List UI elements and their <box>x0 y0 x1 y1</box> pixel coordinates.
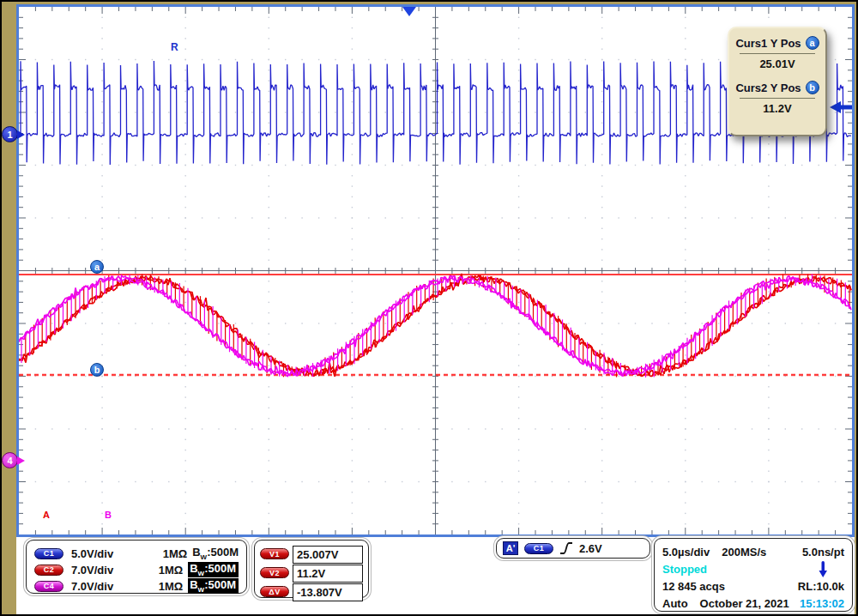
cursor2-title-row: Curs2 Y Pos b <box>729 81 825 94</box>
channel1-bandwidth: BW:500M <box>192 546 239 561</box>
trigger-b-label: B <box>105 510 112 520</box>
channel2-settings-row[interactable]: C2 7.0V/div 1MΩ BW:500M <box>34 562 239 577</box>
channel1-ground-marker[interactable]: 1 <box>2 126 25 142</box>
trigger-level-icon <box>830 101 841 113</box>
trigger-panel[interactable]: A' C1 2.6V <box>496 538 650 559</box>
channel4-badge[interactable]: C4 <box>34 581 63 592</box>
cursor1-value: 25.01V <box>729 57 825 70</box>
trigger-mode: Auto <box>662 597 688 610</box>
cursor-b-handle[interactable]: b <box>90 363 104 377</box>
ref-marker-label: R <box>171 41 178 53</box>
sample-resolution: 5.0ns/pt <box>802 546 844 559</box>
cursor-a-handle[interactable]: a <box>90 260 104 274</box>
channel2-bandwidth: BW:500M <box>188 562 239 578</box>
channel4-marker-label: 4 <box>2 452 18 468</box>
channel1-impedance: 1MΩ <box>163 547 187 560</box>
v1-badge: V1 <box>260 548 289 559</box>
channel1-scale: 5.0V/div <box>71 547 113 560</box>
acquisition-count: 12 845 acqs <box>662 580 725 593</box>
timebase-row: 5.0µs/div 200MS/s 5.0ns/pt <box>662 543 844 560</box>
delta-v-badge: ΔV <box>260 586 289 597</box>
delta-v-value: -13.807V <box>293 583 363 601</box>
channel1-marker-arrow-icon <box>17 130 25 139</box>
horizontal-acquisition-panel[interactable]: 5.0µs/div 200MS/s 5.0ns/pt Stopped 12 84… <box>654 538 853 612</box>
v2-badge: V2 <box>260 567 289 578</box>
channel2-scale: 7.0V/div <box>71 564 113 577</box>
channel-settings-panel[interactable]: C1 5.0V/div 1MΩ BW:500M C2 7.0V/div 1MΩ … <box>26 540 247 594</box>
cursor2-value: 11.2V <box>729 102 825 115</box>
sample-rate: 200MS/s <box>722 546 766 559</box>
trigger-source-badge: C1 <box>524 543 553 554</box>
channel1-badge[interactable]: C1 <box>34 548 63 559</box>
trigger-position-icon <box>402 7 416 16</box>
divider <box>740 98 815 99</box>
v2-value: 11.2V <box>293 565 363 583</box>
oscilloscope-screenshot: { "cursor_readout": { "curs1_label": "Cu… <box>0 0 858 616</box>
channel4-impedance: 1MΩ <box>159 580 183 593</box>
channel1-marker-label: 1 <box>2 126 18 142</box>
divider <box>740 53 815 54</box>
acquisition-status-row: Stopped <box>662 560 844 577</box>
time-text: 15:13:02 <box>800 597 844 610</box>
datetime-row: Auto October 21, 2021 15:13:02 <box>662 595 844 612</box>
cursor1-a-badge: a <box>806 36 819 50</box>
channel4-bandwidth: BW:500M <box>188 578 239 595</box>
cursor2-b-badge: b <box>806 81 819 94</box>
cursor1-title-row: Curs1 Y Pos a <box>729 36 825 50</box>
trigger-a-badge: A' <box>503 541 518 555</box>
rising-edge-icon <box>559 541 573 556</box>
acqs-row: 12 845 acqs RL:10.0k <box>662 577 844 595</box>
channel2-badge[interactable]: C2 <box>34 565 63 576</box>
channel4-ground-marker[interactable]: 4 <box>2 452 25 468</box>
v1-measurement-row: V1 25.007V <box>260 545 363 563</box>
cursor-measurement-panel[interactable]: V1 25.007V V2 11.2V ΔV -13.807V <box>254 540 369 598</box>
cursor2-label: Curs2 Y Pos <box>735 82 801 94</box>
cursor1-label: Curs1 Y Pos <box>735 37 801 50</box>
trigger-a-label: A <box>43 510 50 520</box>
channel4-scale: 7.0V/div <box>71 580 113 593</box>
v2-measurement-row: V2 11.2V <box>260 564 363 582</box>
status-bar: C1 5.0V/div 1MΩ BW:500M C2 7.0V/div 1MΩ … <box>16 537 855 614</box>
record-length: RL:10.0k <box>798 580 844 593</box>
delta-v-measurement-row: ΔV -13.807V <box>260 583 363 601</box>
trigger-level: 2.6V <box>579 542 602 555</box>
channel1-settings-row[interactable]: C1 5.0V/div 1MΩ BW:500M <box>34 546 239 561</box>
timebase-scale: 5.0µs/div <box>662 546 710 559</box>
channel4-marker-arrow-icon <box>17 456 25 465</box>
channel2-impedance: 1MΩ <box>159 564 183 577</box>
acquisition-status: Stopped <box>662 563 707 576</box>
channel4-settings-row[interactable]: C4 7.0V/div 1MΩ BW:500M <box>34 578 239 594</box>
v1-value: 25.007V <box>293 546 363 564</box>
date-text: October 21, 2021 <box>700 597 789 610</box>
cursor-readout-panel[interactable]: Curs1 Y Pos a 25.01V Curs2 Y Pos b 11.2V <box>728 27 827 136</box>
